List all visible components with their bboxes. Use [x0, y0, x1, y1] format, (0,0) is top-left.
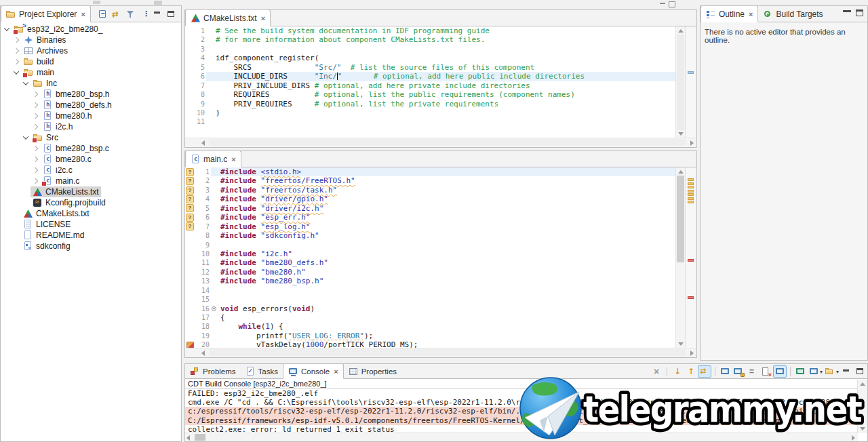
code-line[interactable]: 2# for more information about component … [185, 35, 676, 44]
tree-item-archives[interactable]: Archives [1, 45, 181, 56]
scrollbar-thumb[interactable] [195, 434, 205, 441]
tree-item-binaries[interactable]: Binaries [1, 35, 181, 45]
tree-item-src[interactable]: Src [1, 132, 181, 143]
word-wrap-icon[interactable] [746, 366, 758, 377]
tree-item-readme-md[interactable]: README.md [1, 230, 181, 241]
tab-cmakelists[interactable]: CMakeLists.txt × [185, 9, 271, 26]
chevron-collapsed-icon[interactable] [33, 92, 38, 97]
tab-console[interactable]: Console× [283, 363, 344, 379]
editor-minimize-icon[interactable] [660, 3, 665, 4]
warning-marker-icon[interactable] [185, 213, 195, 222]
code-line[interactable]: 11#include "bme280_defs.h" [185, 258, 676, 267]
horizontal-scrollbar[interactable] [185, 348, 696, 357]
scroll-up-icon[interactable] [678, 170, 684, 174]
editor-maximize-icon[interactable] [669, 1, 675, 7]
minimize-icon[interactable] [843, 10, 851, 14]
horizontal-scrollbar[interactable] [185, 138, 696, 147]
code-line[interactable]: 4#include "driver/gpio.h" [185, 195, 676, 203]
scrollbar-thumb[interactable] [677, 176, 684, 262]
chevron-collapsed-icon[interactable] [33, 124, 38, 129]
chevron-collapsed-icon[interactable] [33, 102, 38, 108]
view-menu-icon[interactable] [138, 9, 151, 20]
tree-item-bme280-bsp-c[interactable]: bme280_bsp.c [1, 143, 181, 154]
code-line[interactable]: 13#include "bme280_bsp.h" [185, 277, 676, 285]
current-line-marker[interactable] [688, 71, 694, 74]
previous-annotation-icon[interactable] [684, 366, 696, 377]
code-line[interactable]: 19 printf("USER_LOG: ERROR"); [185, 332, 676, 340]
fold-minus-icon[interactable] [211, 304, 218, 313]
tab-outline[interactable]: Outline × [701, 5, 758, 22]
tab-main-c[interactable]: main.c × [185, 150, 241, 167]
tree-item-bme280-defs-h[interactable]: bme280_defs.h [1, 100, 181, 110]
code-line[interactable]: 2#include "freertos/FreeRTOS.h" [185, 176, 676, 185]
code-line[interactable]: 7 PRIV_INCLUDE_DIRS # optional, add here… [185, 81, 676, 90]
chevron-collapsed-icon[interactable] [33, 146, 38, 151]
warning-marker-icon[interactable] [185, 176, 195, 185]
next-annotation-icon[interactable] [671, 366, 683, 377]
warning-marker[interactable] [688, 197, 694, 200]
tab-project-explorer[interactable]: Project Explorer × [1, 5, 91, 22]
code-line[interactable]: 10) [185, 108, 676, 117]
tree-item-i2c-h[interactable]: i2c.h [1, 121, 181, 132]
close-icon[interactable]: × [749, 10, 753, 18]
code-line[interactable]: 6#include "esp_err.h" [185, 213, 676, 222]
warning-marker-icon[interactable] [185, 167, 195, 176]
code-line[interactable]: 16void esp_errors(void) [185, 304, 676, 313]
tree-item-license[interactable]: LICENSE [1, 219, 181, 230]
chevron-collapsed-icon[interactable] [33, 157, 38, 162]
close-icon[interactable]: × [261, 14, 265, 22]
code-line[interactable]: 15 [185, 295, 676, 304]
code-line[interactable]: 4idf_component_register( [185, 54, 676, 62]
pin-console-icon[interactable] [773, 365, 787, 378]
chevron-expanded-icon[interactable] [4, 25, 9, 31]
scroll-down-icon[interactable] [860, 427, 865, 430]
chevron-collapsed-icon[interactable] [14, 59, 19, 64]
code-line[interactable]: 14 [185, 286, 676, 295]
scroll-lock-icon[interactable] [698, 365, 711, 378]
tree-item-main-c[interactable]: main.c [1, 176, 181, 186]
chevron-collapsed-icon[interactable] [33, 113, 38, 119]
tree-item-inc[interactable]: Inc [1, 78, 181, 89]
tree-item-main[interactable]: main [1, 67, 181, 78]
tree-item-kconfig-projbuild[interactable]: Kconfig.projbuild [1, 197, 181, 208]
error-marker[interactable] [688, 259, 694, 262]
tree-item-bme280-h[interactable]: bme280.h [1, 110, 181, 121]
code-line[interactable]: 17{ [185, 313, 676, 322]
code-line[interactable]: 3 [185, 45, 676, 54]
close-icon[interactable]: × [81, 10, 85, 18]
warning-marker[interactable] [688, 201, 694, 203]
code-line[interactable]: 1#include <stdio.h> [185, 167, 676, 176]
code-line[interactable]: 8 REQUIRES # optional, list the public r… [185, 90, 676, 99]
code-line[interactable]: 9 [185, 241, 676, 249]
display-selected-console-icon[interactable] [808, 366, 820, 377]
tree-item-sdkconfig[interactable]: sdkconfig [1, 241, 181, 252]
error-marker[interactable] [688, 296, 694, 299]
warning-marker[interactable] [688, 178, 694, 181]
new-console-view-icon[interactable] [794, 366, 806, 377]
code-line[interactable]: 5 SRCS "Src/" # list the source files of… [185, 63, 676, 72]
scrollbar-thumb[interactable] [210, 349, 686, 356]
maximize-icon[interactable] [165, 9, 178, 20]
scroll-left-icon[interactable] [186, 435, 190, 441]
warning-marker-icon[interactable] [185, 195, 195, 203]
code-line[interactable]: 5#include "driver/i2c.h" [185, 204, 676, 213]
code-line[interactable]: 6 INCLUDE_DIRS "Inc/" # optional, add he… [185, 72, 676, 81]
code-line[interactable]: 7#include "esp_log.h" [185, 222, 676, 231]
chevron-expanded-icon[interactable] [14, 68, 19, 74]
scroll-right-icon[interactable] [852, 435, 855, 441]
filter-icon[interactable] [124, 9, 138, 20]
tree-item-cmakelists-txt[interactable]: CMakeLists.txt [1, 208, 181, 219]
vertical-scrollbar[interactable] [675, 26, 686, 138]
warning-marker-icon[interactable] [185, 186, 195, 195]
code-line[interactable]: 10#include "i2c.h" [185, 249, 676, 258]
open-console-icon[interactable] [824, 366, 836, 377]
main-c-code-area[interactable]: 1#include <stdio.h>2#include "freertos/F… [185, 167, 676, 348]
tree-item-i2c-c[interactable]: i2c.c [1, 165, 181, 176]
warning-marker[interactable] [688, 186, 694, 188]
code-line[interactable]: 1# See the build system documentation in… [185, 26, 676, 35]
link-with-editor-icon[interactable] [111, 9, 124, 20]
cmaximize-icon[interactable] [854, 366, 866, 377]
show-stdout-icon[interactable] [719, 366, 731, 377]
scrollbar-thumb[interactable] [677, 35, 684, 130]
scroll-left-icon[interactable] [201, 140, 205, 146]
